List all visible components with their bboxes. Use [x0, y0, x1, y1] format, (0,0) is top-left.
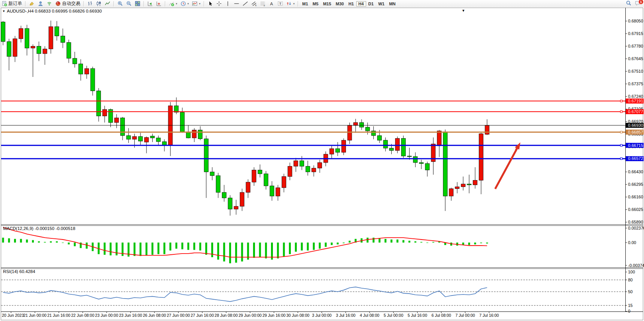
fibonacci-button[interactable]: F	[258, 0, 267, 7]
auto-scroll-button[interactable]	[146, 0, 155, 7]
candle-body	[61, 36, 65, 42]
axis-tick-label: 0.67645	[628, 56, 643, 61]
time-tick-label: 27 Jun 16:00	[191, 313, 214, 318]
macd-histogram-bar	[402, 240, 404, 243]
arrows-button[interactable]: ▾	[285, 0, 296, 7]
horizontal-line-icon	[234, 1, 239, 6]
candle-body	[360, 123, 364, 127]
macd-histogram-bar	[474, 243, 476, 244]
cursor-button[interactable]	[206, 0, 215, 7]
chart-shift-marker-icon[interactable]: ▼	[462, 9, 465, 13]
vertical-line-button[interactable]	[223, 0, 232, 7]
timeframe-mn-button[interactable]: MN	[387, 1, 398, 6]
svg-text:0.66715: 0.66715	[628, 143, 643, 148]
macd-histogram-bar	[182, 243, 183, 249]
macd-histogram-bar	[301, 243, 303, 251]
timeframe-m30-button[interactable]: M30	[333, 1, 346, 6]
signal-button[interactable]	[45, 0, 54, 7]
styles-bucket-button[interactable]	[27, 0, 36, 7]
zoom-in-icon	[117, 1, 123, 6]
text-button[interactable]: A	[267, 0, 276, 7]
candle-body	[91, 69, 95, 91]
macd-histogram-bar	[104, 243, 105, 255]
hline-handle[interactable]	[620, 131, 622, 133]
timeframe-h4-button[interactable]: H4	[356, 1, 366, 6]
timeframe-d1-button[interactable]: D1	[366, 1, 376, 6]
chart-shift-button[interactable]	[155, 0, 163, 7]
macd-histogram-bar	[468, 243, 470, 245]
chat-button[interactable]: 1	[635, 0, 641, 6]
horizontal-line-button[interactable]	[232, 0, 241, 7]
new-order-icon	[2, 1, 7, 6]
axis-tick-label: 80	[628, 278, 633, 282]
zoom-out-icon	[126, 1, 132, 6]
indicators-button[interactable]: ▾	[167, 0, 179, 7]
hline-handle[interactable]	[620, 158, 622, 160]
bar-chart-button[interactable]	[86, 0, 94, 7]
channel-button[interactable]: E	[250, 0, 258, 7]
chart-canvas[interactable]: ▼0.680500.679150.677800.676450.675100.67…	[0, 7, 644, 321]
new-order-button[interactable]: 新订单	[0, 0, 24, 7]
timeframe-w1-button[interactable]: W1	[376, 1, 387, 6]
axis-tick-label: 0.67780	[628, 44, 643, 48]
macd-histogram-bar	[432, 242, 434, 243]
zoom-in-button[interactable]	[116, 0, 124, 7]
hline-handle[interactable]	[620, 144, 622, 146]
macd-histogram-bar	[205, 243, 207, 255]
candle-body	[282, 177, 286, 188]
candle-body	[467, 184, 471, 185]
axis-tick-label: 0.67915	[628, 31, 643, 36]
trendline-icon	[242, 1, 248, 6]
signal-icon	[46, 1, 52, 6]
candle-body	[150, 136, 155, 138]
candle-body	[115, 118, 119, 123]
text-label-button[interactable]: T	[276, 0, 285, 7]
macd-histogram-bar	[163, 243, 165, 254]
macd-histogram-bar	[379, 238, 381, 243]
periods-clock-button[interactable]: ▾	[179, 0, 191, 7]
macd-histogram-bar	[62, 243, 64, 243]
price-level-label: 0.66572	[626, 156, 644, 161]
candle-body	[210, 172, 214, 176]
macd-histogram-bar	[158, 243, 159, 254]
macd-histogram-bar	[14, 239, 16, 243]
chart-background	[0, 7, 644, 321]
timeframe-m5-button[interactable]: M5	[310, 1, 320, 6]
candle-body	[407, 156, 411, 157]
timeframe-m15-button[interactable]: M15	[321, 1, 333, 6]
chart-shift-icon	[156, 1, 162, 6]
timeframe-h1-button[interactable]: H1	[346, 1, 356, 6]
hline-handle[interactable]	[620, 100, 622, 102]
crosshair-button[interactable]	[215, 0, 223, 7]
zoom-out-button[interactable]	[124, 0, 133, 7]
macd-histogram-bar	[26, 240, 28, 243]
price-level-label: 0.66930	[626, 123, 644, 128]
time-tick-label: 28 Jun 08:00	[215, 313, 238, 318]
line-chart-button[interactable]	[103, 0, 112, 7]
time-tick-label: 21 Jun 00:00	[23, 313, 46, 318]
chevron-down-icon: ▾	[293, 2, 295, 5]
candlestick-button[interactable]	[94, 0, 103, 7]
price-level-label: 0.66857	[626, 129, 644, 134]
candle-body	[306, 166, 310, 172]
timeframe-m1-button[interactable]: M1	[300, 1, 310, 6]
macd-histogram-bar	[2, 238, 4, 243]
community-button[interactable]	[36, 0, 45, 7]
chevron-down-icon: ▾	[199, 2, 201, 5]
candle-body	[258, 170, 262, 174]
macd-histogram-bar	[397, 240, 399, 243]
autotrade-button[interactable]: 自动交易	[54, 0, 82, 7]
auto-scroll-icon	[147, 1, 153, 6]
candle-body	[443, 132, 447, 196]
templates-button[interactable]: ▾	[190, 0, 202, 7]
macd-histogram-bar	[68, 243, 70, 244]
candle-body	[192, 130, 196, 138]
hline-handle[interactable]	[620, 111, 622, 113]
candle-body	[425, 163, 429, 170]
trendline-button[interactable]	[241, 0, 250, 7]
macd-histogram-bar	[145, 243, 147, 256]
axis-tick-label: -0.003747	[628, 263, 644, 268]
toolbar-separator	[204, 1, 204, 6]
search-button[interactable]	[626, 0, 632, 6]
tile-windows-button[interactable]	[133, 0, 142, 7]
